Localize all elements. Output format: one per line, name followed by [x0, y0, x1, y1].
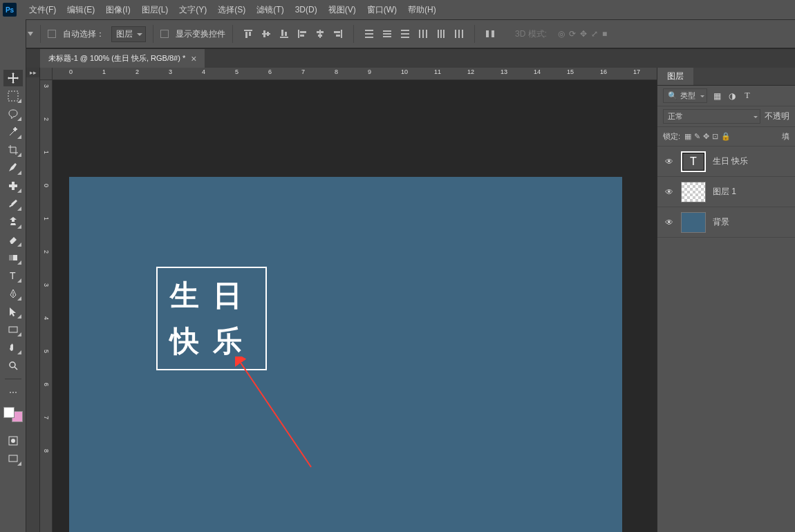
align-top-icon[interactable] [240, 26, 256, 42]
show-transform-checkbox[interactable] [160, 30, 169, 38]
slide-3d-icon[interactable]: ⤢ [591, 29, 598, 39]
eraser-tool[interactable] [3, 231, 23, 248]
layer-item[interactable]: 👁 图层 1 [657, 177, 795, 207]
layer-thumbnail[interactable] [681, 212, 706, 233]
eyedropper-tool[interactable] [3, 160, 23, 176]
marquee-tool[interactable] [3, 88, 23, 104]
lock-artboard-icon[interactable]: ⊡ [712, 132, 718, 141]
menu-file[interactable]: 文件(F) [24, 0, 62, 19]
annotation-arrow [235, 357, 318, 474]
gradient-tool[interactable] [3, 249, 23, 266]
menu-window[interactable]: 窗口(W) [362, 0, 402, 19]
svg-point-45 [10, 362, 15, 368]
ruler-horizontal[interactable]: 01234567891011121314151617 [53, 68, 657, 80]
svg-rect-36 [486, 30, 489, 37]
rectangle-tool[interactable] [3, 321, 23, 338]
color-swatches[interactable] [3, 407, 23, 422]
move-tool[interactable] [3, 70, 23, 86]
visibility-toggle-icon[interactable]: 👁 [662, 218, 677, 227]
lock-pixels-icon[interactable]: ▦ [684, 132, 691, 141]
distribute-top-icon[interactable] [361, 26, 377, 42]
lasso-tool[interactable] [3, 106, 23, 122]
filter-pixel-icon[interactable]: ▦ [711, 91, 722, 102]
zoom-tool[interactable] [3, 357, 23, 374]
document-canvas[interactable]: 生日 快乐 [69, 177, 622, 532]
menu-view[interactable]: 视图(V) [323, 0, 362, 19]
layer-item[interactable]: 👁 背景 [657, 207, 795, 238]
distribute-hcenter-icon[interactable] [433, 26, 449, 42]
edit-toolbar-icon[interactable]: ⋯ [3, 384, 23, 401]
layer-thumbnail[interactable] [681, 182, 706, 202]
lock-all-icon[interactable]: 🔒 [721, 132, 731, 141]
layer-name[interactable]: 生日 快乐 [713, 155, 748, 167]
tab-close-icon[interactable]: × [191, 54, 196, 64]
layer-name[interactable]: 图层 1 [713, 186, 736, 198]
menu-image[interactable]: 图像(I) [100, 0, 135, 19]
align-right-icon[interactable] [330, 26, 346, 42]
path-select-tool[interactable] [3, 303, 23, 320]
svg-rect-21 [383, 30, 391, 32]
filter-adjust-icon[interactable]: ◑ [727, 91, 738, 102]
dock-expand-icon[interactable]: ▸▸ [26, 68, 39, 77]
text-selection-box[interactable]: 生日 快乐 [156, 267, 267, 370]
menu-help[interactable]: 帮助(H) [402, 0, 442, 19]
orbit-3d-icon[interactable]: ◎ [558, 29, 565, 39]
panel-tabs: 图层 [657, 68, 795, 86]
quickmask-tool[interactable] [3, 433, 23, 449]
align-left-icon[interactable] [294, 26, 310, 42]
menu-filter[interactable]: 滤镜(T) [251, 0, 289, 19]
align-bottom-icon[interactable] [276, 26, 292, 42]
svg-rect-2 [249, 32, 251, 36]
align-vcenter-icon[interactable] [258, 26, 274, 42]
menu-edit[interactable]: 编辑(E) [62, 0, 100, 19]
blend-mode-dropdown[interactable]: 正常 [663, 109, 760, 124]
chevron-down-icon[interactable] [28, 32, 33, 36]
svg-rect-31 [440, 30, 442, 38]
type-tool[interactable]: T [3, 267, 23, 284]
crop-tool[interactable] [3, 142, 23, 158]
distribute-right-icon[interactable] [451, 26, 467, 42]
lock-brush-icon[interactable]: ✎ [694, 132, 700, 141]
distribute-bottom-icon[interactable] [397, 26, 413, 42]
svg-rect-13 [317, 31, 324, 33]
auto-select-dropdown[interactable]: 图层 [111, 26, 146, 42]
menu-type[interactable]: 文字(Y) [174, 0, 212, 19]
distribute-left-icon[interactable] [415, 26, 431, 42]
layer-name[interactable]: 背景 [713, 216, 729, 228]
menu-select[interactable]: 选择(S) [212, 0, 251, 19]
clone-stamp-tool[interactable] [3, 213, 23, 230]
brush-tool[interactable] [3, 196, 23, 212]
foreground-color[interactable] [3, 407, 15, 418]
svg-rect-0 [244, 30, 252, 31]
layer-filter-dropdown[interactable]: 🔍 类型 [663, 88, 707, 103]
svg-rect-15 [341, 30, 342, 38]
separator [153, 25, 153, 43]
visibility-toggle-icon[interactable]: 👁 [662, 157, 677, 167]
magic-wand-tool[interactable] [3, 124, 23, 140]
pan-3d-icon[interactable]: ✥ [580, 29, 587, 39]
svg-rect-33 [455, 30, 456, 38]
ruler-vertical[interactable]: 321012345678 [40, 80, 53, 532]
options-bar: 自动选择： 图层 显示变换控件 3D 模式: ◎ ⟳ ✥ ⤢ ■ [0, 19, 795, 48]
svg-rect-7 [281, 30, 283, 36]
layer-thumbnail[interactable]: T [681, 151, 706, 172]
menu-3d[interactable]: 3D(D) [290, 0, 323, 19]
distribute-vcenter-icon[interactable] [379, 26, 395, 42]
roll-3d-icon[interactable]: ⟳ [569, 29, 576, 39]
pen-tool[interactable] [3, 285, 23, 302]
layers-tab[interactable]: 图层 [657, 68, 693, 85]
visibility-toggle-icon[interactable]: 👁 [662, 187, 677, 197]
screenmode-tool[interactable] [3, 450, 23, 467]
svg-rect-23 [383, 36, 391, 37]
filter-type-icon[interactable]: T [742, 91, 753, 102]
document-tab[interactable]: 未标题-1 @ 100% (生日 快乐, RGB/8#) * × [40, 49, 205, 68]
auto-select-checkbox[interactable] [48, 30, 56, 38]
spot-heal-tool[interactable] [3, 178, 23, 194]
lock-position-icon[interactable]: ✥ [703, 132, 709, 141]
menu-layer[interactable]: 图层(L) [136, 0, 174, 19]
align-hcenter-icon[interactable] [312, 26, 328, 42]
auto-align-icon[interactable] [482, 26, 498, 42]
layer-item[interactable]: 👁 T 生日 快乐 [657, 146, 795, 177]
zoom-3d-icon[interactable]: ■ [602, 29, 607, 39]
hand-tool[interactable] [3, 339, 23, 356]
